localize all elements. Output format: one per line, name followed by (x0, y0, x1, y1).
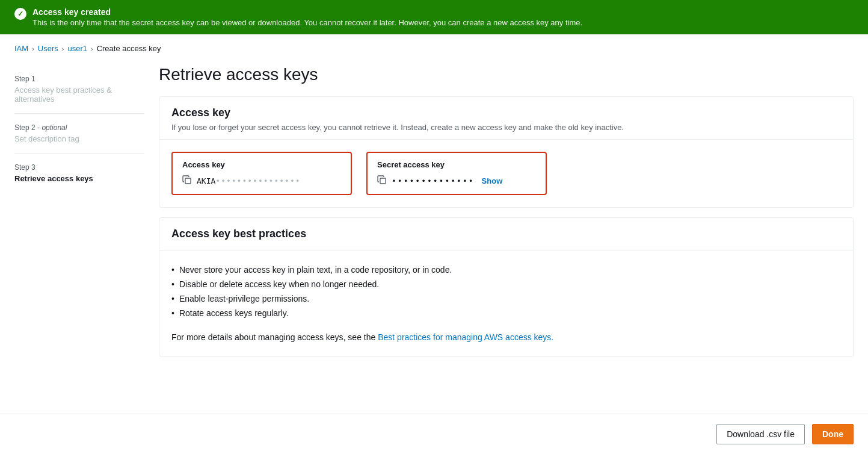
step-1-name: Access key best practices & alternatives (14, 86, 144, 104)
check-icon: ✓ (14, 8, 26, 20)
access-key-box: Access key AKIA•••••••••••••••• (171, 152, 352, 195)
bullet-4: • (171, 308, 174, 318)
step-1-number: Step 1 (14, 75, 144, 83)
best-practice-4: Rotate access keys regularly. (179, 308, 289, 318)
secret-key-value-row: •••••••••••••• Show (377, 175, 536, 187)
secret-key-label: Secret access key (377, 160, 536, 169)
best-practices-link[interactable]: Best practices for managing AWS access k… (378, 332, 553, 342)
breadcrumb-chevron-2: › (62, 45, 64, 52)
access-key-value: AKIA•••••••••••••••• (197, 176, 301, 185)
list-item: • Enable least-privilege permissions. (171, 291, 841, 306)
access-key-value-row: AKIA•••••••••••••••• (182, 175, 341, 187)
best-practice-2: Disable or delete access key when no lon… (179, 279, 379, 289)
step-3-name: Retrieve access keys (14, 174, 144, 183)
breadcrumb-users[interactable]: Users (38, 44, 58, 53)
breadcrumb-iam[interactable]: IAM (14, 44, 28, 53)
bullet-3: • (171, 294, 174, 303)
step-3-number: Step 3 (14, 163, 144, 172)
copy-secret-key-icon[interactable] (377, 175, 387, 187)
bullet-2: • (171, 279, 174, 289)
footer-bar: Download .csv file Done (0, 414, 868, 417)
banner-title: Access key created (32, 7, 582, 17)
content-area: Retrieve access keys Access key If you l… (159, 63, 854, 417)
best-practice-3: Enable least-privilege permissions. (179, 294, 309, 303)
main-layout: Step 1 Access key best practices & alter… (0, 63, 868, 417)
list-item: • Never store your access key in plain t… (171, 263, 841, 277)
access-key-card: Access key If you lose or forget your se… (159, 96, 854, 208)
best-practices-footer: For more details about managing access k… (171, 332, 841, 342)
step-2-number: Step 2 - optional (14, 123, 144, 132)
breadcrumb-user1[interactable]: user1 (67, 44, 87, 53)
access-key-label: Access key (182, 160, 341, 169)
banner-description: This is the only time that the secret ac… (32, 18, 582, 27)
svg-rect-1 (380, 178, 386, 184)
svg-rect-0 (185, 178, 191, 184)
copy-access-key-icon[interactable] (182, 175, 192, 187)
best-practices-list: • Never store your access key in plain t… (171, 263, 841, 320)
show-secret-key-link[interactable]: Show (482, 176, 503, 185)
banner-content: Access key created This is the only time… (32, 7, 582, 27)
best-practices-header: Access key best practices (159, 218, 853, 250)
breadcrumb-current: Create access key (97, 44, 161, 53)
access-key-section-desc: If you lose or forget your secret access… (171, 123, 841, 132)
best-practices-card: Access key best practices • Never store … (159, 217, 854, 357)
step-2-name: Set description tag (14, 134, 144, 143)
secret-access-key-box: Secret access key •••••••••••••• Show (366, 152, 547, 195)
best-practices-title: Access key best practices (171, 228, 841, 240)
breadcrumb-chevron-3: › (91, 45, 93, 52)
access-key-card-body: Access key AKIA•••••••••••••••• (159, 140, 853, 207)
sidebar-step-3: Step 3 Retrieve access keys (14, 154, 144, 193)
breadcrumb-chevron-1: › (32, 45, 34, 52)
sidebar: Step 1 Access key best practices & alter… (14, 63, 159, 417)
best-practices-body: • Never store your access key in plain t… (159, 250, 853, 356)
footer-text: For more details about managing access k… (171, 332, 378, 342)
sidebar-step-1: Step 1 Access key best practices & alter… (14, 65, 144, 114)
secret-key-value: •••••••••••••• (392, 176, 475, 185)
best-practice-1: Never store your access key in plain tex… (179, 265, 452, 275)
breadcrumb: IAM › Users › user1 › Create access key (0, 34, 868, 63)
success-banner: ✓ Access key created This is the only ti… (0, 0, 868, 34)
sidebar-step-2: Step 2 - optional Set description tag (14, 114, 144, 154)
page-title: Retrieve access keys (159, 63, 854, 84)
access-key-card-header: Access key If you lose or forget your se… (159, 97, 853, 140)
access-key-section-title: Access key (171, 107, 841, 119)
list-item: • Disable or delete access key when no l… (171, 277, 841, 291)
key-boxes-row: Access key AKIA•••••••••••••••• (171, 152, 841, 195)
list-item: • Rotate access keys regularly. (171, 306, 841, 320)
bullet-1: • (171, 265, 174, 275)
